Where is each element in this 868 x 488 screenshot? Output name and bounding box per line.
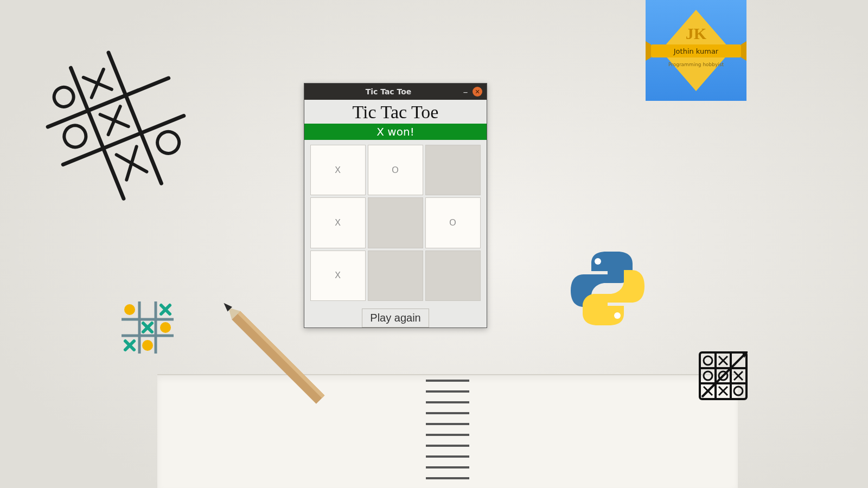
cell-1-2[interactable]: O <box>425 197 481 248</box>
svg-point-6 <box>61 122 89 150</box>
svg-line-5 <box>84 69 112 98</box>
close-button[interactable]: ✕ <box>473 87 482 97</box>
svg-point-30 <box>595 258 601 265</box>
svg-point-10 <box>154 129 182 157</box>
cell-1-0[interactable]: X <box>310 197 366 248</box>
status-banner: X won! <box>304 124 487 140</box>
window-title: Tic Tac Toe <box>318 87 458 96</box>
svg-point-37 <box>704 356 712 365</box>
svg-point-46 <box>704 371 712 380</box>
minimize-button[interactable]: – <box>458 84 473 100</box>
svg-point-18 <box>160 322 171 333</box>
game-board: X O X O X <box>310 145 481 301</box>
cell-0-0[interactable]: X <box>310 145 366 195</box>
svg-marker-53 <box>646 41 651 61</box>
cell-0-1[interactable]: O <box>368 145 423 195</box>
badge-subtitle: Programming hobbyist <box>668 62 724 67</box>
mini-tic-tac-toe-icon <box>120 300 175 355</box>
app-window: Tic Tac Toe – ✕ Tic Tac Toe X won! X O X… <box>304 83 487 328</box>
badge-initials: JK <box>686 24 707 42</box>
play-again-button[interactable]: Play again <box>362 309 429 328</box>
cell-2-2[interactable] <box>425 251 481 301</box>
python-logo-icon <box>567 248 648 329</box>
svg-line-12 <box>117 146 147 179</box>
badge-name: Jothin kumar <box>673 47 719 55</box>
svg-point-17 <box>124 304 135 315</box>
svg-point-31 <box>614 312 621 319</box>
author-badge: JK Jothin kumar Programming hobbyist <box>646 0 746 101</box>
svg-point-45 <box>734 387 743 395</box>
cell-1-1[interactable] <box>368 197 423 248</box>
tic-tac-toe-sketch-icon <box>38 38 201 222</box>
cell-2-1[interactable] <box>368 251 423 301</box>
close-icon: ✕ <box>475 88 480 95</box>
svg-line-9 <box>100 106 129 134</box>
tic-tac-toe-line-icon <box>699 351 748 400</box>
svg-marker-54 <box>741 41 746 61</box>
cell-0-2[interactable] <box>425 145 481 195</box>
titlebar[interactable]: Tic Tac Toe – ✕ <box>304 84 487 100</box>
cell-2-0[interactable]: X <box>310 251 366 301</box>
svg-point-7 <box>51 84 76 110</box>
svg-point-19 <box>142 340 153 351</box>
game-heading: Tic Tac Toe <box>304 100 487 124</box>
